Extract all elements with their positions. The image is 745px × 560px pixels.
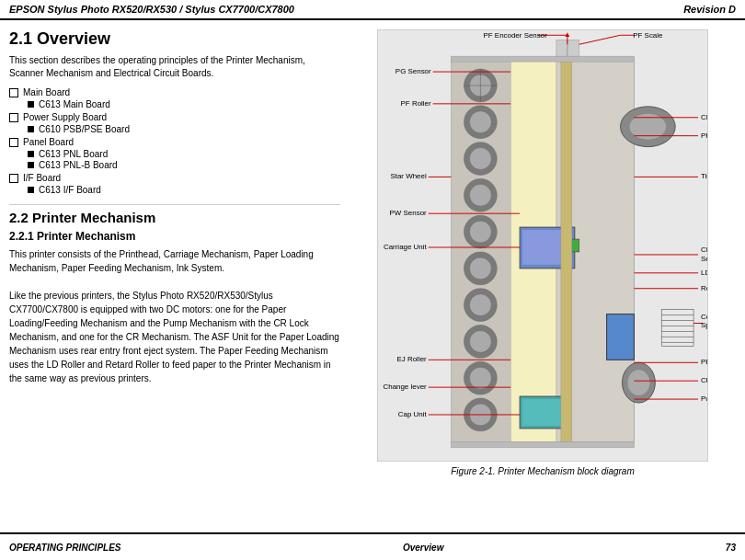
board-cat-label-if: I/F Board (23, 173, 61, 183)
svg-point-35 (627, 370, 649, 395)
svg-text:CR Encoder: CR Encoder (701, 246, 707, 254)
svg-text:Timing Belt: Timing Belt (701, 172, 707, 180)
svg-text:PE Sensor: PE Sensor (701, 358, 707, 366)
page-header: EPSON Stylus Photo RX520/RX530 / Stylus … (0, 0, 745, 20)
svg-rect-31 (607, 314, 635, 360)
right-column: PG Sensor PF Roller Star Wheel PW Sensor… (350, 29, 736, 531)
footer-right: 73 (726, 543, 736, 553)
bullet-square (28, 126, 34, 132)
svg-text:PF Encoder Sensor: PF Encoder Sensor (484, 31, 548, 40)
svg-text:Retard Roller: Retard Roller (701, 284, 707, 292)
board-sub-item: C613 I/F Board (28, 185, 340, 195)
board-sub-item: C610 PSB/PSE Board (28, 124, 340, 134)
svg-rect-28 (572, 239, 579, 252)
svg-text:Carriage Unit: Carriage Unit (384, 243, 428, 251)
footer-center: Overview (403, 543, 443, 553)
svg-text:PF Scale: PF Scale (633, 31, 663, 40)
svg-point-11 (469, 184, 491, 206)
svg-rect-44 (452, 56, 635, 62)
board-sub-label: C613 PNL Board (39, 149, 108, 159)
svg-text:Clutch mechanism: Clutch mechanism (701, 376, 707, 384)
main-content: 2.1 Overview This section describes the … (0, 20, 745, 531)
svg-point-17 (469, 294, 491, 316)
svg-text:Spring: Spring (701, 321, 707, 329)
board-cat-if: I/F Board (9, 173, 340, 183)
checkbox-panel (9, 138, 18, 147)
board-sub-label: C613 I/F Board (39, 185, 101, 195)
svg-text:Compression: Compression (701, 313, 707, 321)
board-sub-label: C613 PNL-B Board (39, 160, 118, 170)
board-sub-label: C610 PSB/PSE Board (39, 124, 130, 134)
section-2-2-title: 2.2 Printer Mechanism (9, 204, 340, 225)
svg-point-21 (469, 367, 491, 389)
svg-text:PG Sensor: PG Sensor (395, 67, 431, 75)
svg-text:Sensor: Sensor (701, 255, 707, 263)
board-cat-main: Main Board (9, 87, 340, 97)
board-cat-label-psu: Power Supply Board (23, 112, 107, 122)
section-2-1-title: 2.1 Overview (9, 29, 340, 49)
board-sub-item: C613 PNL-B Board (28, 160, 340, 170)
section-2-2-1-title: 2.2.1 Printer Mechanism (9, 230, 340, 243)
svg-text:CR Motor: CR Motor (701, 113, 707, 121)
board-sub-psu: C610 PSB/PSE Board (28, 124, 340, 134)
board-sub-item: C613 PNL Board (28, 149, 340, 159)
svg-text:EJ Roller: EJ Roller (397, 355, 428, 363)
mechanism-desc-1: This printer consists of the Printhead, … (9, 247, 340, 385)
section-desc: This section describes the operating pri… (9, 54, 340, 80)
header-revision: Revision D (683, 4, 736, 15)
svg-point-9 (469, 148, 491, 170)
svg-point-7 (469, 111, 491, 133)
board-cat-label-main: Main Board (23, 87, 70, 97)
svg-point-15 (469, 257, 491, 280)
checkbox-if (9, 174, 18, 183)
diagram-container: PG Sensor PF Roller Star Wheel PW Sensor… (377, 29, 708, 462)
svg-text:PF Roller: PF Roller (401, 99, 431, 108)
checkbox-main (9, 88, 18, 97)
board-sub-if: C613 I/F Board (28, 185, 340, 195)
svg-text:PW Sensor: PW Sensor (390, 209, 427, 217)
page-footer: OPERATING PRINCIPLES Overview 73 (0, 532, 745, 560)
board-sub-label: C613 Main Board (39, 99, 110, 109)
svg-text:PF Motor: PF Motor (701, 131, 707, 140)
bullet-square (28, 101, 34, 108)
bullet-square (28, 162, 34, 168)
diagram-caption: Figure 2-1. Printer Mechanism block diag… (451, 466, 635, 476)
board-sub-panel: C613 PNL Board C613 PNL-B Board (28, 149, 340, 170)
svg-point-13 (469, 221, 491, 243)
checkbox-psu (9, 113, 18, 122)
header-title: EPSON Stylus Photo RX520/RX530 / Stylus … (9, 4, 294, 15)
svg-text:LD Roller: LD Roller (701, 269, 707, 277)
board-list: Main Board C613 Main Board Power Supply … (9, 87, 340, 195)
svg-text:Star Wheel: Star Wheel (390, 172, 426, 180)
svg-rect-45 (452, 442, 635, 448)
svg-rect-43 (561, 58, 572, 442)
bullet-square (28, 187, 34, 193)
bullet-square (28, 151, 34, 157)
svg-text:Change lever: Change lever (383, 383, 427, 391)
board-cat-label-panel: Panel Board (23, 137, 74, 147)
svg-text:Cap Unit: Cap Unit (398, 410, 428, 418)
footer-left: OPERATING PRINCIPLES (9, 543, 121, 553)
board-sub-main: C613 Main Board (28, 99, 340, 109)
svg-point-19 (469, 330, 491, 352)
board-sub-item: C613 Main Board (28, 99, 340, 109)
svg-rect-30 (522, 399, 563, 426)
board-cat-panel: Panel Board (9, 137, 340, 147)
board-cat-psu: Power Supply Board (9, 112, 340, 122)
left-column: 2.1 Overview This section describes the … (9, 29, 350, 531)
svg-text:Pump Unit: Pump Unit (701, 394, 707, 403)
diagram-svg: PG Sensor PF Roller Star Wheel PW Sensor… (378, 30, 707, 461)
